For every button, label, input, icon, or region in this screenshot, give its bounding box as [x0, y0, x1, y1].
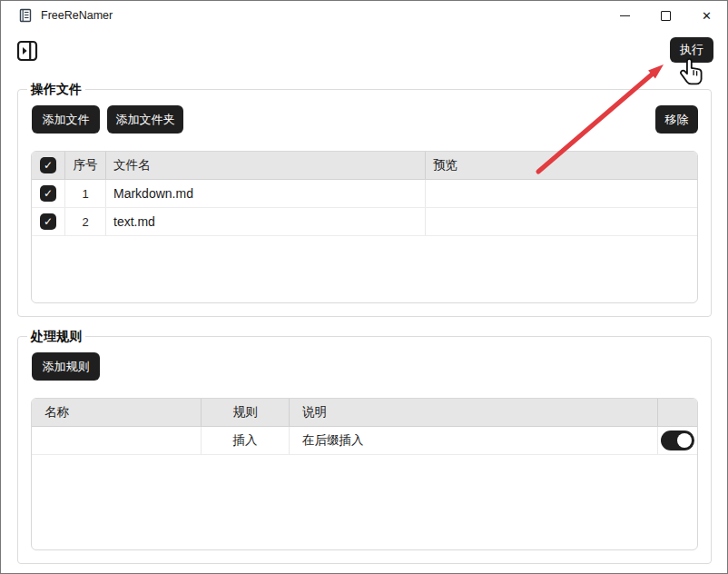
select-all-checkbox[interactable]: ✓ — [40, 157, 56, 173]
file-name: text.md — [106, 208, 426, 235]
column-header-filename: 文件名 — [106, 152, 426, 179]
file-index: 2 — [65, 208, 106, 235]
rule-type: 插入 — [202, 427, 290, 454]
minimize-button[interactable] — [605, 1, 645, 30]
check-icon: ✓ — [44, 160, 53, 171]
files-table-header: ✓ 序号 文件名 预览 — [32, 152, 697, 180]
window-title: FreeReNamer — [41, 9, 113, 22]
app-window: FreeReNamer ✕ 执行 操作文件 添加文件 添加文件夹 — [0, 0, 728, 574]
file-row[interactable]: ✓ 2 text.md — [32, 208, 697, 236]
file-row[interactable]: ✓ 1 Markdown.md — [32, 180, 697, 208]
file-preview — [426, 208, 697, 235]
file-name: Markdown.md — [106, 180, 426, 207]
column-header-description: 说明 — [290, 399, 658, 426]
sidebar-toggle-button[interactable] — [16, 40, 38, 62]
close-icon: ✕ — [702, 10, 712, 22]
panel-expand-right-icon — [16, 51, 38, 64]
rules-table: 名称 规则 说明 插入 在后缀插入 — [31, 398, 698, 550]
execute-button[interactable]: 执行 — [670, 37, 713, 63]
file-preview — [426, 180, 697, 207]
rules-section: 处理规则 添加规则 名称 规则 说明 插入 在后缀插入 — [17, 336, 712, 564]
file-index: 1 — [65, 180, 106, 207]
toggle-knob — [677, 433, 692, 448]
file-row-checkbox[interactable]: ✓ — [40, 185, 56, 202]
check-icon: ✓ — [44, 188, 53, 199]
column-header-index: 序号 — [65, 152, 106, 179]
rules-section-title: 处理规则 — [27, 329, 85, 344]
rules-table-header: 名称 规则 说明 — [32, 399, 697, 427]
files-section-title: 操作文件 — [27, 82, 85, 97]
column-header-preview: 预览 — [426, 152, 697, 179]
add-rule-button[interactable]: 添加规则 — [32, 352, 100, 381]
column-header-rule: 规则 — [202, 399, 290, 426]
rule-description: 在后缀插入 — [290, 427, 658, 454]
add-file-button[interactable]: 添加文件 — [32, 105, 100, 134]
check-icon: ✓ — [44, 216, 53, 227]
rule-enabled-toggle[interactable] — [661, 430, 694, 450]
remove-button[interactable]: 移除 — [655, 105, 698, 134]
add-folder-button[interactable]: 添加文件夹 — [107, 105, 183, 134]
rule-row[interactable]: 插入 在后缀插入 — [32, 427, 697, 455]
file-row-checkbox[interactable]: ✓ — [40, 213, 56, 230]
column-header-enabled — [658, 399, 697, 426]
files-table: ✓ 序号 文件名 预览 ✓ 1 Markdown.md — [31, 151, 698, 303]
title-bar: FreeReNamer ✕ — [1, 1, 727, 30]
maximize-icon — [661, 11, 671, 21]
app-icon — [18, 8, 33, 23]
window-controls: ✕ — [605, 1, 727, 30]
minimize-icon — [620, 15, 630, 16]
maximize-button[interactable] — [645, 1, 686, 30]
column-header-name: 名称 — [32, 399, 202, 426]
files-section: 操作文件 添加文件 添加文件夹 移除 ✓ 序号 文件名 预览 ✓ — [17, 89, 712, 317]
close-button[interactable]: ✕ — [686, 1, 727, 30]
rule-name — [32, 427, 202, 454]
